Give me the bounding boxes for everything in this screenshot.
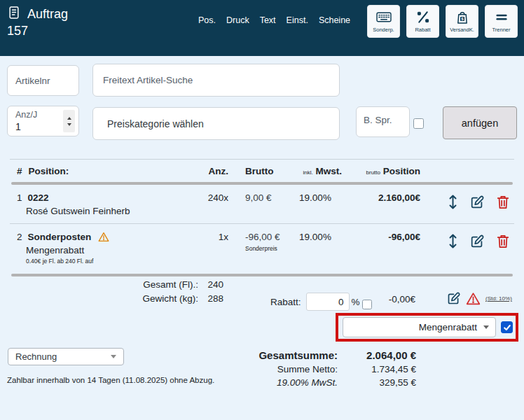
mwst-value: 329,55 € (338, 377, 416, 388)
cell-brutto: 9,00 € (228, 192, 289, 203)
stepper-up-icon[interactable] (67, 117, 71, 120)
rabatt-button[interactable]: Rabatt (406, 5, 439, 38)
rabatt-input[interactable] (306, 293, 350, 311)
header-actions: Sonderp. Rabatt (367, 5, 518, 38)
discount-type-select[interactable]: Mengenrabatt (343, 317, 496, 337)
mwst-label: 19.00% MwSt. (258, 377, 338, 388)
quantity-value: 1 (15, 121, 21, 132)
cell-brutto: -96,00 € (245, 232, 289, 242)
bspr-input[interactable] (356, 106, 410, 137)
delete-icon[interactable] (496, 233, 510, 249)
totals-block: Gesamtsumme: 2.064,00 € Summe Netto: 1.7… (258, 349, 416, 388)
order-number: 157 (7, 24, 68, 38)
edit-icon[interactable] (469, 195, 485, 210)
action-button-label: Trenner (492, 27, 511, 33)
row-number: 1 (17, 192, 22, 203)
col-header-total-prefix: brutto (366, 169, 380, 176)
anfuegen-button[interactable]: anfügen (443, 106, 517, 139)
nav-item-scheine[interactable]: Scheine (319, 15, 350, 25)
discount-active-checkbox[interactable] (501, 321, 513, 333)
table-row: 2 Sonderposten Mengenrabatt 0.40€ je Fl.… (0, 224, 524, 274)
netto-label: Summe Netto: (258, 364, 338, 374)
versandkosten-button[interactable]: $ VersandK. (446, 5, 478, 38)
gesamtsumme-label: Gesamtsumme: (258, 349, 338, 361)
positions-table: # Position: Anz. Brutto inkl. Mwst. brut… (0, 159, 524, 276)
rabatt-actions: (Std: 10%) (446, 291, 512, 306)
action-button-label: Rabatt (415, 27, 430, 33)
nav-item-druck[interactable]: Druck (226, 15, 249, 25)
rabatt-amount: -0,00€ (350, 294, 415, 304)
table-row: 1 0222 Rosé Gutswein Feinherb 240x 9,00 … (0, 185, 524, 223)
discount-selector-highlight: Mengenrabatt (336, 313, 518, 342)
article-note: 0.40€ je Fl. ab 240 Fl. auf (26, 258, 186, 265)
edit-icon[interactable] (469, 234, 485, 249)
page-title-text: Auftrag (27, 7, 68, 22)
page-title: Auftrag 157 (7, 6, 68, 38)
warning-icon (466, 292, 481, 305)
rabatt-label: Rabatt: (270, 297, 301, 307)
header-nav: Pos. Druck Text Einst. Scheine (198, 15, 350, 25)
discount-type-value: Mengenrabatt (419, 322, 477, 332)
col-header-position: Position: (29, 166, 69, 176)
std-rabatt-link[interactable]: (Std: 10%) (485, 295, 512, 302)
gesamt-value: 240 (198, 279, 223, 290)
gesamt-label: Gesamt (Fl).: (83, 279, 198, 290)
nav-item-text[interactable]: Text (260, 15, 276, 25)
article-code: Sonderposten (28, 232, 92, 242)
bspr-checkbox[interactable] (413, 118, 424, 129)
totals-quantities: Gesamt (Fl).: 240 Gewicht (kg): 288 (83, 279, 223, 304)
edit-icon[interactable] (446, 291, 461, 306)
svg-text:$: $ (461, 15, 464, 20)
stepper-arrows[interactable] (63, 110, 75, 132)
article-code: 0222 (28, 192, 49, 203)
header: Auftrag 157 Pos. Druck Text Einst. Schei… (0, 0, 524, 56)
sonderposten-button[interactable]: Sonderp. (367, 5, 400, 38)
divider-thick (11, 274, 513, 276)
quantity-label: Anz/J (15, 110, 37, 120)
cell-total: 2.160,00€ (342, 192, 420, 203)
quantity-stepper[interactable]: Anz/J 1 (7, 106, 79, 136)
payment-terms: Zahlbar innerhalb von 14 Tagen (11.08.20… (7, 376, 214, 384)
col-header-brutto: Brutto (228, 166, 289, 176)
col-header-total: Position (383, 166, 420, 176)
nav-item-einst[interactable]: Einst. (287, 15, 308, 25)
artikelnr-input[interactable] (7, 65, 79, 96)
gesamtsumme-value: 2.064,00 € (338, 349, 416, 361)
separator-icon (493, 10, 510, 26)
move-updown-icon[interactable] (448, 233, 458, 249)
freitext-search-input[interactable] (92, 64, 340, 97)
chevron-down-icon (111, 355, 116, 358)
gewicht-value: 288 (198, 293, 223, 304)
cell-anz: 240x (186, 192, 228, 203)
row-number: 2 (17, 232, 22, 242)
document-icon (7, 6, 21, 23)
document-type-value: Rechnung (15, 351, 57, 362)
col-header-mwst: Mwst. (315, 166, 342, 176)
preiskategorie-select[interactable] (92, 107, 340, 140)
trenner-button[interactable]: Trenner (485, 5, 518, 38)
article-name: Mengenrabatt (26, 245, 186, 255)
netto-value: 1.734,45 € (338, 364, 416, 374)
stepper-down-icon[interactable] (67, 123, 71, 126)
move-updown-icon[interactable] (448, 194, 458, 210)
action-button-label: VersandK. (450, 27, 474, 33)
cell-anz: 1x (186, 232, 228, 242)
article-name: Rosé Gutswein Feinherb (26, 206, 186, 216)
delete-icon[interactable] (496, 194, 510, 210)
table-header: # Position: Anz. Brutto inkl. Mwst. brut… (0, 160, 524, 182)
cell-brutto-note: Sonderpreis (245, 245, 289, 252)
action-button-label: Sonderp. (373, 27, 394, 33)
col-header-num: # (17, 166, 22, 176)
gewicht-label: Gewicht (kg): (83, 293, 198, 304)
nav-item-pos[interactable]: Pos. (198, 15, 216, 25)
document-type-select[interactable]: Rechnung (8, 348, 124, 365)
col-header-mwst-prefix: inkl. (303, 169, 312, 176)
col-header-anz: Anz. (186, 166, 228, 176)
shipping-bag-dollar-icon: $ (454, 10, 471, 26)
cell-total: -96,00€ (342, 232, 420, 242)
order-page: Auftrag 157 Pos. Druck Text Einst. Schei… (0, 0, 524, 420)
percent-icon (415, 10, 432, 26)
keyboard-icon (375, 10, 392, 26)
warning-icon (98, 232, 109, 242)
cell-mwst: 19.00% (289, 232, 342, 242)
